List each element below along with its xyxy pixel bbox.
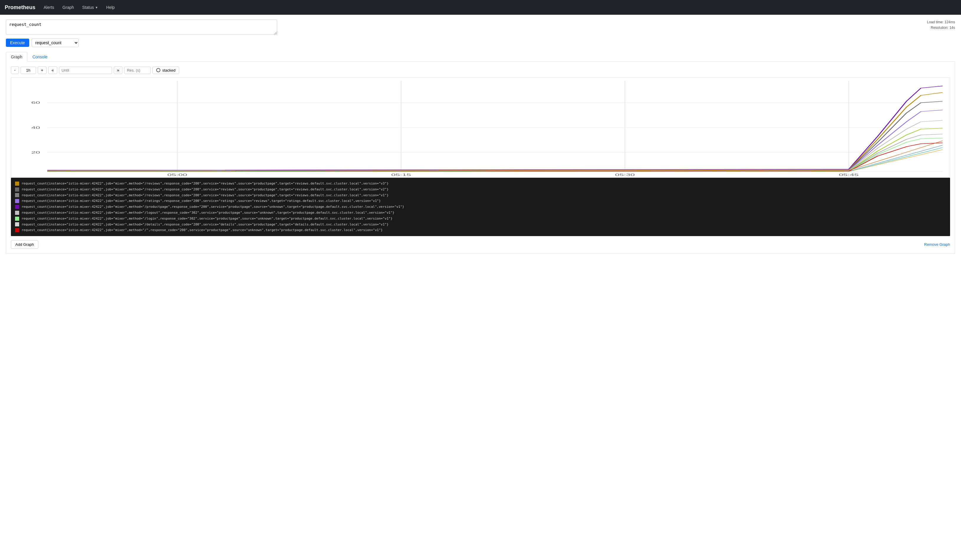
query-input[interactable]: request_count — [6, 19, 277, 35]
svg-text:60: 60 — [31, 101, 40, 104]
svg-text:05:15: 05:15 — [391, 173, 411, 177]
resolution-input[interactable] — [124, 67, 151, 74]
resolution: Resolution: 14s — [927, 25, 955, 30]
legend-item: request_count{instance="istio-mixer:4242… — [15, 210, 946, 216]
until-input[interactable] — [59, 67, 112, 74]
bottom-actions: Add Graph Remove Graph — [11, 240, 950, 249]
back-button[interactable]: « — [48, 66, 57, 74]
legend-item: request_count{instance="istio-mixer:4242… — [15, 193, 946, 198]
nav-graph[interactable]: Graph — [61, 3, 75, 12]
navbar: Prometheus Alerts Graph Status ▼ Help — [0, 0, 961, 15]
legend-item: request_count{instance="istio-mixer:4242… — [15, 181, 946, 186]
legend-color-swatch — [15, 199, 19, 203]
legend-item: request_count{instance="istio-mixer:4242… — [15, 198, 946, 204]
legend-text: request_count{instance="istio-mixer:4242… — [21, 227, 382, 233]
load-time: Load time: 124ms — [927, 19, 955, 25]
legend-text: request_count{instance="istio-mixer:4242… — [21, 216, 392, 221]
legend-text: request_count{instance="istio-mixer:4242… — [21, 186, 389, 193]
legend-item: request_count{instance="istio-mixer:4242… — [15, 204, 946, 210]
nav-alerts[interactable]: Alerts — [42, 3, 55, 12]
stacked-icon — [156, 68, 161, 72]
nav-status[interactable]: Status ▼ — [81, 3, 100, 12]
legend-color-swatch — [15, 228, 19, 232]
svg-text:20: 20 — [31, 151, 40, 154]
query-row: request_count Load time: 124ms Resolutio… — [6, 19, 955, 35]
legend-item: request_count{instance="istio-mixer:4242… — [15, 221, 946, 228]
zoom-out-button[interactable]: - — [11, 66, 19, 74]
legend-color-swatch — [15, 181, 19, 186]
legend-item: request_count{instance="istio-mixer:4242… — [15, 227, 946, 233]
legend-text: request_count{instance="istio-mixer:4242… — [21, 221, 389, 228]
zoom-in-button[interactable]: + — [38, 66, 47, 74]
svg-text:05:00: 05:00 — [167, 173, 187, 177]
nav-help[interactable]: Help — [105, 3, 116, 12]
svg-text:40: 40 — [31, 126, 40, 129]
execute-button[interactable]: Execute — [6, 39, 29, 47]
add-graph-button[interactable]: Add Graph — [11, 240, 38, 249]
remove-graph-button[interactable]: Remove Graph — [924, 242, 950, 247]
legend: request_count{instance="istio-mixer:4242… — [11, 178, 950, 236]
svg-text:05:45: 05:45 — [839, 173, 858, 177]
stacked-button[interactable]: stacked — [153, 67, 179, 74]
legend-text: request_count{instance="istio-mixer:4242… — [21, 193, 389, 198]
load-info: Load time: 124ms Resolution: 14s — [927, 19, 955, 30]
legend-color-swatch — [15, 193, 19, 197]
tab-graph[interactable]: Graph — [6, 52, 27, 62]
legend-item: request_count{instance="istio-mixer:4242… — [15, 216, 946, 221]
brand-title: Prometheus — [5, 5, 35, 11]
chevron-down-icon: ▼ — [95, 6, 98, 9]
legend-text: request_count{instance="istio-mixer:4242… — [21, 181, 389, 186]
legend-text: request_count{instance="istio-mixer:4242… — [21, 198, 381, 204]
svg-text:05:30: 05:30 — [615, 173, 635, 177]
legend-color-swatch — [15, 222, 19, 226]
tabs: Graph Console — [6, 52, 955, 62]
chart-svg: 60 40 20 05:00 05:15 05:30 05:45 — [11, 78, 950, 177]
legend-item: request_count{instance="istio-mixer:4242… — [15, 186, 946, 193]
legend-color-swatch — [15, 217, 19, 221]
graph-controls: - + « » stacked — [11, 66, 950, 74]
graph-panel: - + « » stacked — [6, 62, 955, 254]
time-range-input[interactable] — [21, 67, 36, 74]
legend-text: request_count{instance="istio-mixer:4242… — [21, 210, 394, 216]
main-content: request_count Load time: 124ms Resolutio… — [0, 15, 961, 258]
forward-button[interactable]: » — [114, 66, 123, 74]
legend-color-swatch — [15, 188, 19, 192]
controls-row: Execute request_count — [6, 39, 955, 47]
legend-color-swatch — [15, 205, 19, 209]
metric-select[interactable]: request_count — [32, 39, 79, 47]
tab-console[interactable]: Console — [27, 52, 53, 62]
legend-text: request_count{instance="istio-mixer:4242… — [21, 204, 404, 210]
stacked-label: stacked — [162, 68, 175, 72]
legend-color-swatch — [15, 211, 19, 215]
chart-container: 60 40 20 05:00 05:15 05:30 05:45 — [11, 77, 950, 178]
